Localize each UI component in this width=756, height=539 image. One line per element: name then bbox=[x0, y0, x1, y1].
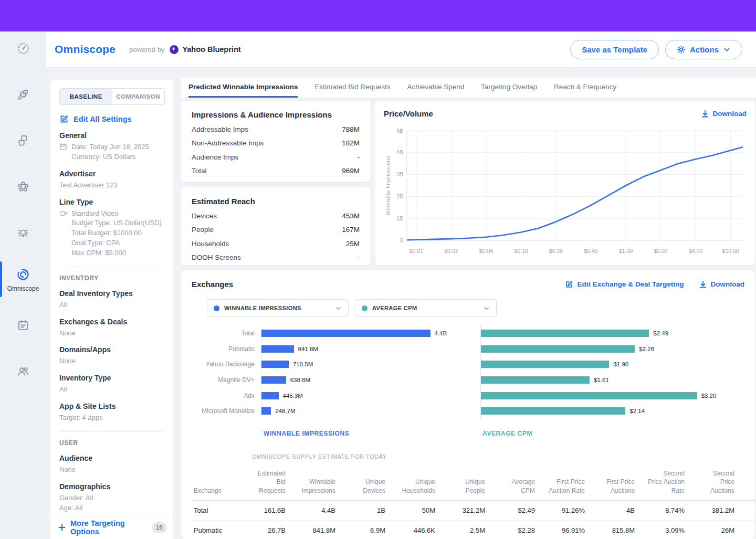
svg-text:$0.02: $0.02 bbox=[444, 248, 458, 254]
table-cell: 381.2M bbox=[691, 500, 741, 520]
reach-card-title: Estimated Reach bbox=[192, 197, 360, 206]
settings-section-body: Gender: AllAge: All bbox=[59, 493, 165, 513]
bar-track: $1.61 bbox=[480, 372, 744, 388]
settings-lines: None bbox=[59, 329, 76, 339]
metric-dot-icon bbox=[362, 305, 368, 311]
metric-dot-icon bbox=[214, 305, 219, 311]
settings-line: Total Budget: $1000.00 bbox=[71, 228, 162, 238]
svg-text:$2.00: $2.00 bbox=[654, 248, 667, 254]
left-nav-rail: Omniscope bbox=[0, 31, 46, 539]
stat-row: People167M bbox=[192, 226, 360, 234]
settings-panel-footer: More Targeting Options 16 bbox=[50, 515, 173, 539]
settings-lines: Gender: AllAge: All bbox=[59, 493, 93, 513]
settings-section-app-site-lists: App & Site ListsTarget: 4 apps bbox=[59, 402, 165, 423]
table-cell: Total bbox=[192, 500, 242, 520]
supply-table-caption: OMNISCOPE SUPPLY ESTIMATE FOR TODAY bbox=[252, 453, 744, 460]
metric-selector-average-cpm[interactable]: AVERAGE CPM bbox=[355, 299, 497, 317]
svg-text:$0.10: $0.10 bbox=[514, 248, 528, 254]
table-cell: 8.74% bbox=[641, 500, 691, 520]
nav-schedule-item[interactable] bbox=[0, 302, 46, 348]
stat-value: 167M bbox=[342, 226, 360, 234]
impressions-card-title: Impressions & Audience Impressions bbox=[192, 110, 360, 119]
tab-baseline[interactable]: BASELINE bbox=[60, 89, 112, 104]
bar-track: 445.3M bbox=[261, 388, 475, 404]
metric-selector-winnable-impressions[interactable]: WINNABLE IMPRESSIONS bbox=[207, 299, 349, 317]
svg-text:4B: 4B bbox=[396, 149, 403, 155]
settings-line: All bbox=[59, 300, 67, 310]
bar-row-magnite-dv: $1.61 bbox=[480, 372, 744, 388]
bar-track: $3.20 bbox=[480, 388, 744, 404]
table-cell bbox=[741, 500, 755, 520]
settings-section-title: Exchanges & Deals bbox=[59, 318, 165, 326]
bar-value-label: $2.28 bbox=[639, 346, 654, 352]
bar-value-label: 248.7M bbox=[275, 408, 295, 414]
svg-text:5B: 5B bbox=[396, 128, 403, 134]
tab-estimated-bid-requests[interactable]: Estimated Bid Requests bbox=[314, 78, 390, 98]
tab-targeting-overlap[interactable]: Targeting Overlap bbox=[481, 78, 537, 98]
table-cell: Pubmatic bbox=[192, 520, 242, 539]
bar-value-label: 710.5M bbox=[293, 361, 313, 367]
tab-comparison[interactable]: COMPARISON bbox=[112, 89, 165, 104]
nav-audiences-item[interactable] bbox=[0, 348, 46, 395]
table-cell: 50M bbox=[392, 500, 442, 520]
edit-exchange-targeting-label: Edit Exchange & Deal Targeting bbox=[577, 280, 684, 288]
stat-value: 453M bbox=[342, 212, 360, 220]
edit-all-settings-link[interactable]: Edit All Settings bbox=[59, 114, 165, 124]
nav-apps-item[interactable] bbox=[0, 164, 46, 210]
bar bbox=[261, 392, 279, 399]
exchanges-download-link[interactable]: Download bbox=[699, 280, 745, 289]
more-targeting-options-link[interactable]: More Targeting Options bbox=[58, 519, 152, 536]
bar-track: $2.28 bbox=[480, 341, 744, 357]
svg-text:$1.00: $1.00 bbox=[619, 248, 633, 254]
table-header-first-price-auction-rate: First Price Auction Rate bbox=[541, 466, 591, 500]
winnable-bars: Total4.4BPubmatic841.8MYahoo Backstage71… bbox=[192, 325, 475, 419]
settings-section-title: Inventory Type bbox=[59, 374, 165, 382]
stat-row: Devices453M bbox=[192, 212, 360, 220]
settings-section-body: None bbox=[59, 356, 165, 366]
edit-all-settings-label: Edit All Settings bbox=[74, 115, 132, 123]
exchange-bar-charts: Total4.4BPubmatic841.8MYahoo Backstage71… bbox=[192, 325, 744, 419]
price-volume-title: Price/Volume bbox=[384, 109, 433, 118]
table-cell: $2.28 bbox=[491, 520, 541, 539]
more-targeting-count-badge: 16 bbox=[152, 522, 167, 533]
bar-category-label: Pubmatic bbox=[192, 345, 261, 353]
settings-section-title: Demographics bbox=[59, 482, 165, 491]
save-as-template-button[interactable]: Save as Template bbox=[570, 40, 659, 59]
stat-row: Non-Addressable Imps182M bbox=[192, 139, 360, 147]
tab-reach-frequency[interactable]: Reach & Frequency bbox=[554, 78, 616, 98]
tab-achievable-spend[interactable]: Achievable Spend bbox=[407, 78, 465, 98]
actions-label: Actions bbox=[690, 45, 719, 54]
edit-exchange-targeting-link[interactable]: Edit Exchange & Deal Targeting bbox=[565, 280, 684, 289]
nav-blocks-item[interactable] bbox=[0, 118, 46, 164]
tab-predicted-winnable-impressions[interactable]: Predicted Winnable Impressions bbox=[188, 78, 298, 98]
settings-section-general: GeneralDate: Today Jun 18, 2025Currency:… bbox=[59, 131, 165, 162]
stat-label: Audience Imps bbox=[192, 153, 238, 161]
settings-lines: Date: Today Jun 18, 2025Currency: US Dol… bbox=[71, 142, 149, 162]
settings-section-body: Standard VideoBudget Type: US Dollar(USD… bbox=[59, 209, 165, 258]
bar-value-label: $1.90 bbox=[613, 361, 628, 367]
metric-selector-label: AVERAGE CPM bbox=[372, 305, 483, 311]
price-volume-download-link[interactable]: Download bbox=[701, 110, 747, 118]
table-header-row: ExchangeEstimated Bid RequestsWinnable I… bbox=[192, 466, 755, 500]
bar bbox=[481, 392, 697, 399]
nav-launch-item[interactable] bbox=[0, 71, 46, 118]
price-volume-card: Price/Volume Download 01B2B3B4B5B$0.01$0… bbox=[375, 101, 755, 265]
settings-lines: All bbox=[59, 385, 67, 395]
settings-section-audience: AudienceNone bbox=[59, 454, 165, 475]
settings-line: All bbox=[59, 385, 67, 395]
actions-button[interactable]: Actions bbox=[665, 40, 742, 59]
bar-value-label: 4.4B bbox=[435, 330, 447, 336]
exchange-selectors: WINNABLE IMPRESSIONSAVERAGE CPM bbox=[207, 299, 744, 317]
stat-value: 25M bbox=[346, 240, 360, 248]
table-header-unique-devices: Unique Devices bbox=[342, 466, 392, 500]
bar-row-microsoft-monetize: $2.14 bbox=[480, 403, 744, 419]
nav-omniscope-item[interactable]: Omniscope bbox=[0, 256, 46, 302]
bar-row-adx: Adx445.3M bbox=[192, 388, 475, 404]
nav-dashboard-item[interactable] bbox=[0, 25, 46, 71]
bar-value-label: $2.14 bbox=[629, 408, 645, 414]
lightbulb-icon bbox=[16, 226, 30, 240]
nav-insights-item[interactable] bbox=[0, 210, 46, 256]
table-cell: 161.6B bbox=[242, 500, 292, 520]
stat-value: 969M bbox=[342, 167, 360, 175]
table-header-first-price-auctions: First Price Auctions bbox=[591, 466, 641, 500]
